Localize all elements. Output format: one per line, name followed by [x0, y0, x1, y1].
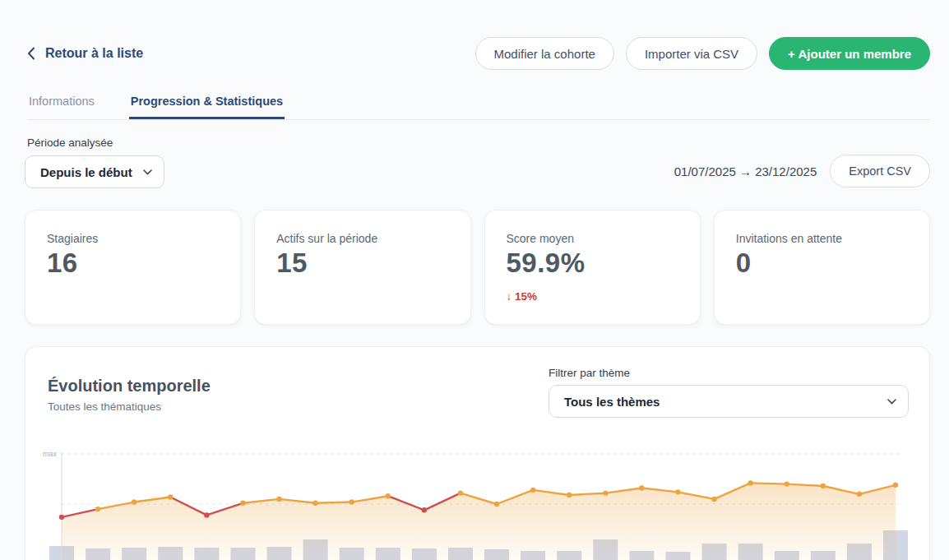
period-label: Période analysée [27, 137, 164, 149]
period-row: Période analysée Depuis le début 01/07/2… [25, 137, 930, 188]
evolution-chart-svg: max [25, 444, 929, 560]
stat-label: Stagiaires [47, 232, 219, 245]
evolution-title: Évolution temporelle [48, 377, 211, 396]
evolution-titles: Évolution temporelle Toutes les thématiq… [25, 347, 211, 418]
stat-value: 15 [276, 248, 448, 279]
stat-value: 16 [47, 248, 219, 279]
theme-filter-block: Filtrer par thème Tous les thèmes [549, 347, 929, 418]
theme-filter-select[interactable]: Tous les thèmes [549, 385, 909, 418]
back-link[interactable]: Retour à la liste [27, 46, 143, 61]
chevron-down-icon [143, 169, 152, 175]
tab-bar: Informations Progression & Statistiques [27, 88, 930, 120]
stat-label: Actifs sur la période [276, 232, 448, 245]
period-block: Période analysée Depuis le début [25, 137, 164, 188]
stat-label: Invitations en attente [736, 232, 908, 245]
date-range: 01/07/2025 → 23/12/2025 [674, 164, 817, 178]
back-link-label: Retour à la liste [45, 46, 143, 61]
theme-filter-value: Tous les thèmes [564, 395, 660, 409]
stat-value: 59.9% [507, 248, 678, 279]
period-select-value: Depuis le début [40, 165, 132, 179]
chevron-down-icon [887, 399, 896, 405]
export-csv-button[interactable]: Export CSV [830, 155, 930, 187]
stat-label: Score moyen [507, 232, 678, 245]
stat-card-stagiaires: Stagiaires 16 [25, 210, 241, 325]
add-member-button[interactable]: + Ajouter un membre [769, 37, 930, 70]
period-select[interactable]: Depuis le début [25, 155, 164, 188]
period-tools: 01/07/2025 → 23/12/2025 Export CSV [674, 155, 930, 188]
stat-card-invitations: Invitations en attente 0 [714, 210, 930, 325]
stat-value: 0 [736, 248, 908, 279]
svg-text:max: max [43, 450, 58, 458]
theme-filter-label: Filtrer par thème [549, 367, 909, 379]
stat-card-actifs: Actifs sur la période 15 [254, 210, 470, 325]
page-header: Retour à la liste Modifier la cohorte Im… [0, 0, 949, 70]
import-csv-button[interactable]: Importer via CSV [626, 37, 757, 70]
evolution-card: Évolution temporelle Toutes les thématiq… [25, 346, 930, 560]
stat-card-score-moyen: Score moyen 59.9% ↓ 15% [484, 210, 701, 325]
evolution-header: Évolution temporelle Toutes les thématiq… [25, 347, 929, 418]
chevron-left-icon [27, 47, 35, 60]
tab-progression-statistiques[interactable]: Progression & Statistiques [129, 88, 285, 119]
header-actions: Modifier la cohorte Importer via CSV + A… [475, 37, 931, 70]
stat-cards: Stagiaires 16 Actifs sur la période 15 S… [25, 210, 930, 325]
tab-informations[interactable]: Informations [27, 88, 96, 119]
stat-delta-down: ↓ 15% [507, 290, 678, 303]
edit-cohort-button[interactable]: Modifier la cohorte [475, 37, 614, 70]
evolution-subtitle: Toutes les thématiques [48, 400, 211, 413]
